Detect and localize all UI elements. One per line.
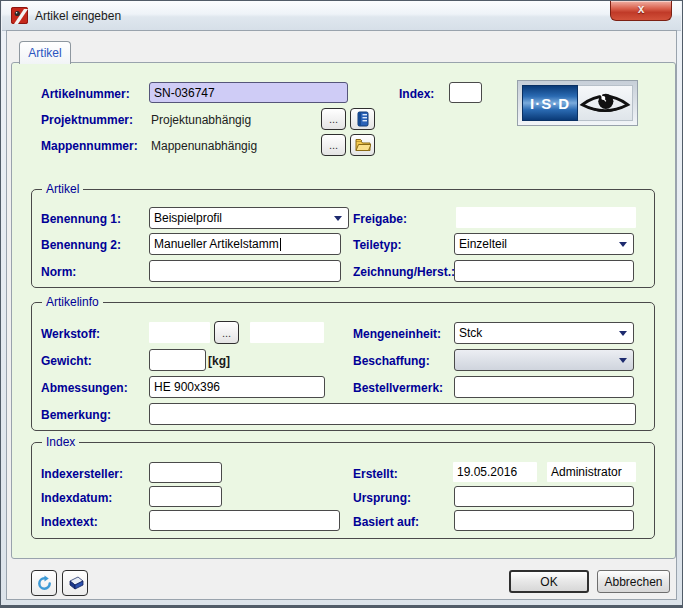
ok-button[interactable]: OK (509, 570, 589, 593)
erstellt-date-field: 19.05.2016 (453, 462, 537, 482)
chevron-down-icon (619, 331, 627, 336)
projektnummer-value: Projektunabhängig (151, 113, 251, 127)
benennung1-combobox[interactable]: Beispielprofil (149, 207, 349, 229)
ursprung-label: Ursprung: (353, 491, 411, 505)
gewicht-unit-label: [kg] (208, 354, 230, 368)
ellipsis-icon: ... (329, 139, 338, 151)
abmessungen-field[interactable]: HE 900x396 (149, 376, 325, 398)
benennung2-field[interactable]: Manueller Artikelstamm (149, 233, 341, 255)
basiert-auf-field[interactable] (454, 510, 634, 531)
erstellt-user-field: Administrator (547, 462, 636, 482)
chevron-down-icon (619, 242, 627, 247)
werkstoff-label: Werkstoff: (41, 327, 100, 341)
eraser-icon (66, 576, 84, 591)
app-icon (11, 7, 28, 24)
gewicht-field[interactable] (149, 349, 206, 371)
eye-icon (578, 85, 633, 121)
mengeneinheit-combobox[interactable]: Stck (454, 322, 634, 344)
isd-logo-text: I·S·D (522, 85, 578, 121)
close-icon: x (638, 2, 645, 16)
group-artikel-title: Artikel (42, 182, 83, 196)
freigabe-label: Freigabe: (353, 212, 407, 226)
beschaffung-label: Beschaffung: (353, 354, 430, 368)
text-cursor (280, 238, 281, 251)
close-button[interactable]: x (610, 1, 672, 21)
ursprung-field[interactable] (454, 486, 634, 507)
index-label: Index: (399, 87, 434, 101)
titlebar[interactable]: Artikel eingeben x (2, 1, 681, 31)
benennung2-label: Benennung 2: (41, 238, 121, 252)
mappennummer-folder-button[interactable] (350, 134, 375, 156)
benennung1-label: Benennung 1: (41, 212, 121, 226)
chevron-down-icon (334, 216, 342, 221)
indextext-label: Indextext: (41, 515, 98, 529)
bestellvermerk-label: Bestellvermerk: (353, 381, 443, 395)
artikelnummer-field[interactable]: SN-036747 (149, 82, 348, 103)
mengeneinheit-label: Mengeneinheit: (353, 327, 441, 341)
abmessungen-label: Abmessungen: (41, 381, 128, 395)
bestellvermerk-field[interactable] (454, 376, 634, 398)
isd-logo: I·S·D (517, 80, 638, 126)
dialog-window: Artikel eingeben x Artikel Artikelnummer… (0, 0, 683, 608)
norm-label: Norm: (41, 265, 76, 279)
projektnummer-browse-button[interactable]: ... (321, 108, 346, 130)
index-field[interactable] (449, 82, 482, 103)
erstellt-label: Erstellt: (353, 467, 398, 481)
cancel-button[interactable]: Abbrechen (597, 570, 670, 593)
zeichnung-field[interactable] (454, 260, 634, 282)
tab-artikel[interactable]: Artikel (19, 41, 71, 64)
bemerkung-label: Bemerkung: (41, 408, 111, 422)
mappennummer-value: Mappenunabhängig (151, 139, 257, 153)
zeichnung-label: Zeichnung/Herst.: (353, 265, 455, 279)
ellipsis-icon: ... (222, 327, 231, 339)
indexersteller-label: Indexersteller: (41, 467, 123, 481)
refresh-icon (36, 575, 53, 592)
refresh-button[interactable] (31, 570, 57, 596)
eraser-button[interactable] (62, 570, 88, 596)
window-title: Artikel eingeben (35, 9, 121, 23)
indexdatum-field[interactable] (149, 486, 222, 507)
gewicht-label: Gewicht: (41, 354, 92, 368)
tab-label: Artikel (28, 46, 61, 60)
werkstoff-field (149, 322, 210, 343)
indexdatum-label: Indexdatum: (41, 491, 112, 505)
card-index-icon (356, 111, 370, 127)
group-artikelinfo-title: Artikelinfo (42, 295, 103, 309)
chevron-down-icon (619, 358, 627, 363)
norm-field[interactable] (149, 260, 341, 282)
mappennummer-browse-button[interactable]: ... (321, 134, 346, 156)
freigabe-field (456, 207, 636, 228)
artikelnummer-label: Artikelnummer: (41, 87, 130, 101)
indextext-field[interactable] (149, 510, 340, 531)
projektnummer-catalog-button[interactable] (350, 108, 375, 130)
group-index-title: Index (42, 435, 79, 449)
projektnummer-label: Projektnummer: (41, 113, 133, 127)
mappennummer-label: Mappennummer: (41, 139, 138, 153)
teiletyp-label: Teiletyp: (353, 238, 401, 252)
ellipsis-icon: ... (329, 113, 338, 125)
bemerkung-field[interactable] (149, 403, 636, 425)
folder-icon (355, 138, 371, 152)
indexersteller-field[interactable] (149, 462, 222, 483)
beschaffung-combobox[interactable] (454, 349, 634, 371)
basiert-auf-label: Basiert auf: (353, 515, 419, 529)
werkstoff-browse-button[interactable]: ... (214, 321, 239, 344)
teiletyp-combobox[interactable]: Einzelteil (454, 233, 634, 255)
werkstoff-field2 (250, 322, 324, 343)
